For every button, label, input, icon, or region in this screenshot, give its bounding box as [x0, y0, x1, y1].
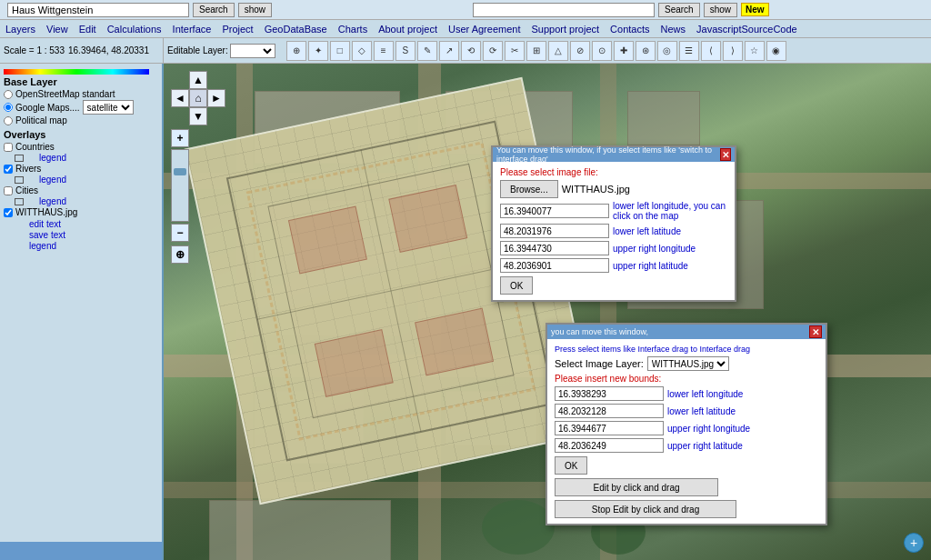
toolbar-btn-17[interactable]: ⊛ [636, 41, 656, 61]
scale-bar: Scale = 1 : 533 16.39464, 48.20331 [0, 38, 164, 64]
toolbar-btn-12[interactable]: ⊞ [526, 41, 546, 61]
dialog2-ok-btn[interactable]: OK [555, 456, 587, 475]
dialog2-coord2-label: lower left latitude [667, 406, 736, 416]
menu-layers[interactable]: Layers [0, 22, 41, 36]
left-search-area: Haus Wittgenstein Search show [0, 3, 466, 17]
dialog2-titlebar: you can move this window, ✕ [547, 325, 826, 339]
google-radio[interactable] [4, 103, 13, 112]
toolbar-btn-10[interactable]: ⟳ [483, 41, 503, 61]
nav-up-btn[interactable]: ▲ [189, 71, 207, 89]
toolbar-btn-22[interactable]: ☆ [745, 41, 765, 61]
dialog2-coord4-label: upper right latitude [667, 441, 743, 451]
cities-legend-link[interactable]: legend [39, 196, 66, 206]
menu-interface[interactable]: Interface [167, 22, 217, 36]
nav-down-btn[interactable]: ▼ [189, 107, 207, 125]
rivers-check[interactable] [4, 165, 13, 174]
nav-center-btn[interactable]: ⌂ [189, 89, 207, 107]
dialog2-coord4-input[interactable] [555, 438, 664, 453]
nav-right-btn[interactable]: ► [207, 89, 225, 107]
rivers-legend-link[interactable]: legend [39, 175, 66, 185]
dialog2-coord3-input[interactable] [555, 421, 664, 435]
menu-calculations[interactable]: Calculations [102, 22, 167, 36]
dialog2-edit-btn[interactable]: Edit by click and drag [555, 478, 718, 496]
dialog2-stop-btn[interactable]: Stop Edit by click and drag [555, 500, 736, 518]
menu-charts[interactable]: Charts [333, 22, 373, 36]
dialog1-coord1-input[interactable] [500, 204, 609, 218]
osm-radio[interactable] [4, 90, 13, 99]
toolbar-btn-3[interactable]: □ [330, 41, 350, 61]
toolbar-btn-14[interactable]: ⊘ [570, 41, 590, 61]
zoom-icon[interactable]: + [904, 533, 924, 553]
menu-contacts[interactable]: Contacts [605, 22, 655, 36]
toolbar-btn-21[interactable]: ⟩ [723, 41, 743, 61]
dialog2-layer-select[interactable]: WITTHAUS.jpg [647, 356, 729, 371]
left-search-button[interactable]: Search [193, 3, 235, 17]
countries-legend-link[interactable]: legend [39, 153, 66, 163]
toolbar-btn-13[interactable]: △ [548, 41, 568, 61]
dialog2-select-row: Select Image Layer: WITTHAUS.jpg [555, 356, 818, 371]
toolbar-btn-18[interactable]: ◎ [657, 41, 677, 61]
toolbar-btn-15[interactable]: ⊙ [592, 41, 612, 61]
nav-left-btn[interactable]: ◄ [171, 89, 189, 107]
zoom-slider[interactable] [171, 149, 189, 222]
dialog1-file-label: Please select image file: [500, 167, 727, 177]
toolbar-btn-20[interactable]: ⟨ [701, 41, 721, 61]
zoom-out-btn[interactable]: − [171, 224, 189, 242]
menu-edit[interactable]: Edit [74, 22, 102, 36]
new-badge: New [741, 3, 769, 16]
toolbar-btn-16[interactable]: ✚ [614, 41, 634, 61]
dialog2-coord2-input[interactable] [555, 404, 664, 418]
toolbar-btn-23[interactable]: ◉ [766, 41, 786, 61]
dialog2-coord2-row: lower left latitude [555, 404, 818, 418]
menu-geodatabase[interactable]: GeoDataBase [259, 22, 333, 36]
dialog1-coord2-input[interactable] [500, 224, 609, 238]
cities-swatch [15, 198, 24, 205]
menu-user-agreement[interactable]: User Agreement [443, 22, 526, 36]
left-show-button[interactable]: show [238, 3, 272, 17]
toolbar-btn-4[interactable]: ◇ [352, 41, 372, 61]
editable-layer-select[interactable] [230, 44, 275, 58]
dialog1-coord3-input[interactable] [500, 241, 609, 255]
right-search-input[interactable] [473, 3, 655, 17]
right-show-button[interactable]: show [704, 3, 737, 17]
dialog1-coord4-row: upper right latitude [500, 258, 727, 273]
menu-news[interactable]: News [656, 22, 692, 36]
toolbar-btn-8[interactable]: ↗ [439, 41, 459, 61]
dialog1-coord4-input[interactable] [500, 258, 609, 273]
toolbar-btn-11[interactable]: ✂ [505, 41, 525, 61]
toolbar-btn-1[interactable]: ⊕ [286, 41, 306, 61]
dialog1-ok-btn[interactable]: OK [500, 276, 533, 295]
witthaus-check[interactable] [4, 208, 13, 217]
left-search-input[interactable]: Haus Wittgenstein [7, 3, 189, 17]
political-radio[interactable] [4, 116, 13, 125]
menu-about[interactable]: About project [373, 22, 443, 36]
building-8 [627, 91, 700, 145]
menu-source[interactable]: JavascriptSourceCode [691, 22, 803, 36]
toolbar-btn-9[interactable]: ⟲ [461, 41, 481, 61]
witthaus-save-link[interactable]: save text [29, 230, 65, 240]
location-btn[interactable]: ⊕ [171, 245, 189, 264]
right-search-button[interactable]: Search [658, 3, 700, 17]
menu-view[interactable]: View [41, 22, 74, 36]
countries-check[interactable] [4, 143, 13, 152]
toolbar-btn-19[interactable]: ☰ [679, 41, 699, 61]
witthaus-row: WITTHAUS.jpg [4, 207, 158, 217]
overlays-section: Overlays Countries legend Rivers legend … [4, 129, 158, 251]
cities-check[interactable] [4, 186, 13, 195]
dialog2-coord1-input[interactable] [555, 386, 664, 401]
osm-row: OpenStreetMap standart [4, 89, 158, 99]
menu-support[interactable]: Support project [526, 22, 605, 36]
witthaus-legend-link[interactable]: legend [29, 241, 56, 251]
dialog2-close-btn[interactable]: ✕ [809, 325, 822, 338]
toolbar-btn-7[interactable]: ✎ [417, 41, 437, 61]
toolbar-btn-5[interactable]: ≡ [374, 41, 394, 61]
toolbar-btn-6[interactable]: S [395, 41, 415, 61]
google-type-select[interactable]: satellite [83, 100, 134, 115]
cities-legend-row: legend [4, 196, 158, 206]
dialog1-close-btn[interactable]: ✕ [720, 148, 731, 161]
zoom-in-btn[interactable]: + [171, 129, 189, 147]
witthaus-edit-link[interactable]: edit text [29, 219, 61, 229]
menu-project[interactable]: Project [216, 22, 258, 36]
dialog1-browse-btn[interactable]: Browse... [500, 180, 558, 198]
toolbar-btn-2[interactable]: ✦ [308, 41, 328, 61]
